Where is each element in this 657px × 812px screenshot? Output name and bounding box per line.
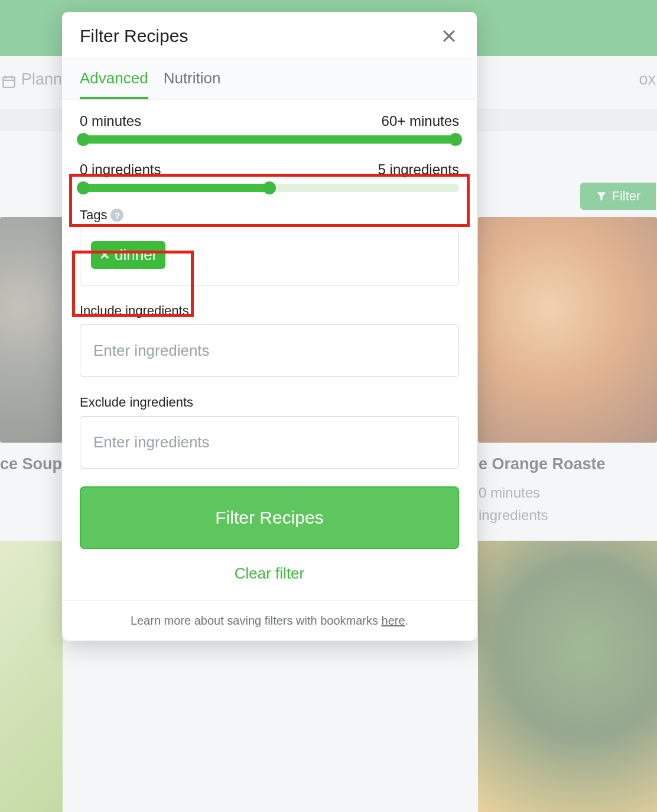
tab-advanced[interactable]: Advanced: [80, 59, 148, 99]
tag-chip-label: dinner: [115, 246, 157, 264]
close-button[interactable]: [439, 26, 459, 46]
time-slider-handle-max[interactable]: [449, 133, 462, 146]
filter-recipes-modal: Filter Recipes Advanced Nutrition 0 minu…: [62, 12, 477, 641]
ingredients-min-label: 0 ingredients: [80, 161, 161, 178]
exclude-ingredients-input[interactable]: [80, 416, 459, 469]
modal-body: 0 minutes 60+ minutes 0 ingredients 5 in…: [62, 100, 477, 600]
clear-filter-link[interactable]: Clear filter: [80, 549, 459, 598]
time-slider: 0 minutes 60+ minutes: [80, 113, 459, 144]
ingredients-slider-handle-min[interactable]: [77, 181, 90, 194]
time-slider-handle-min[interactable]: [77, 133, 90, 146]
footer-text: Learn more about saving filters with boo…: [131, 614, 382, 627]
include-label: Include ingredients: [80, 303, 459, 319]
ingredients-slider-track[interactable]: [80, 184, 459, 192]
footer-here-link[interactable]: here: [382, 614, 405, 627]
time-max-label: 60+ minutes: [382, 113, 459, 129]
ingredients-slider-fill: [80, 184, 269, 192]
exclude-label: Exclude ingredients: [80, 395, 459, 410]
modal-title: Filter Recipes: [80, 26, 188, 46]
modal-header: Filter Recipes: [62, 12, 477, 58]
time-slider-fill: [80, 135, 459, 144]
filter-recipes-submit-button[interactable]: Filter Recipes: [80, 486, 459, 549]
tags-label: Tags: [80, 207, 107, 223]
tab-nutrition[interactable]: Nutrition: [164, 59, 221, 99]
remove-tag-icon[interactable]: ✕: [99, 248, 110, 263]
ingredients-max-label: 5 ingredients: [378, 161, 459, 178]
tag-chip-dinner[interactable]: ✕ dinner: [91, 241, 165, 269]
ingredients-slider: 0 ingredients 5 ingredients: [80, 159, 459, 192]
help-icon[interactable]: ?: [110, 209, 123, 222]
close-icon: [440, 27, 458, 45]
include-ingredients-input[interactable]: [80, 324, 459, 377]
tags-label-row: Tags ?: [80, 207, 459, 223]
time-slider-track[interactable]: [80, 135, 459, 144]
tags-input[interactable]: ✕ dinner: [80, 229, 459, 285]
modal-footer: Learn more about saving filters with boo…: [62, 600, 477, 641]
modal-tabs: Advanced Nutrition: [62, 58, 477, 100]
time-min-label: 0 minutes: [80, 113, 141, 129]
ingredients-slider-handle-max[interactable]: [263, 181, 276, 194]
